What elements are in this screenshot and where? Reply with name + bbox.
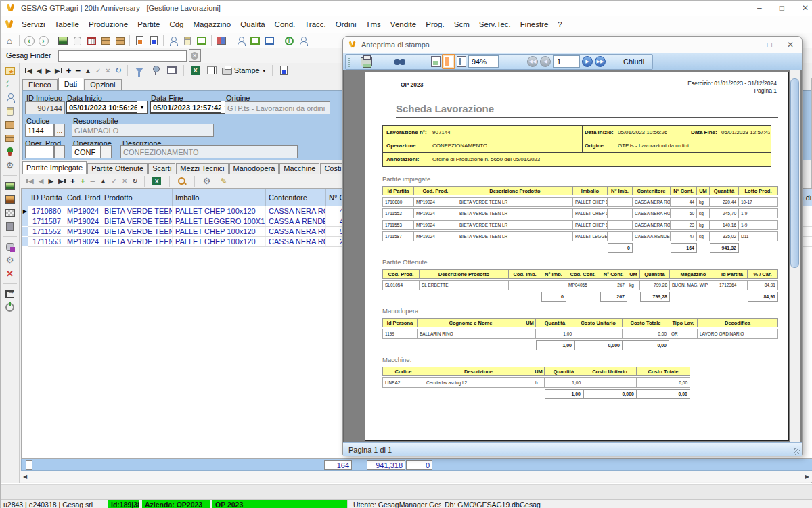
exit-icon[interactable] — [5, 289, 15, 299]
cell[interactable]: BIETA VERDE TEEN LR — [102, 237, 173, 247]
cell[interactable]: CASSA NERA ROYAL — [266, 237, 326, 247]
cell[interactable]: BIETA VERDE TEEN LR — [102, 227, 173, 237]
grid-edit-icon[interactable]: ▲ — [100, 177, 107, 185]
field-orange-icon[interactable] — [5, 194, 15, 204]
last-record-icon[interactable]: ▶ — [55, 67, 62, 74]
task-list-icon[interactable] — [5, 79, 15, 89]
jar-icon[interactable] — [5, 106, 15, 116]
prev-page-button[interactable]: ◀ — [540, 56, 551, 67]
back-icon[interactable]: ‹ — [23, 34, 35, 47]
column-header[interactable] — [22, 189, 28, 206]
window-pattern-icon[interactable] — [215, 34, 227, 47]
zoom-input[interactable]: 94% — [468, 55, 499, 68]
person-icon[interactable] — [235, 34, 247, 47]
field-photo-icon[interactable] — [57, 34, 69, 47]
remove-record-icon[interactable]: − — [75, 66, 81, 76]
operazione-field[interactable]: CONF — [72, 145, 101, 158]
info-icon[interactable]: i — [283, 34, 295, 47]
cell[interactable] — [22, 227, 28, 237]
hand-icon[interactable] — [71, 34, 83, 47]
resize-grip[interactable] — [794, 448, 800, 455]
menu-item[interactable]: Serv.Tec. — [474, 20, 516, 28]
grid-excel-icon[interactable]: X — [151, 175, 163, 187]
column-header[interactable]: Prodotto — [102, 189, 173, 206]
gears-icon[interactable]: ⚙ — [5, 160, 15, 170]
cell[interactable] — [22, 216, 28, 227]
detail-tab[interactable]: Macchine — [279, 163, 319, 174]
cell[interactable]: BIETA VERDE TEEN LR — [102, 206, 173, 216]
cell[interactable]: MP19024 — [64, 237, 102, 247]
person-outline-icon[interactable] — [297, 34, 309, 47]
database-icon[interactable] — [5, 241, 15, 252]
detail-tab[interactable]: Manodopera — [229, 163, 279, 174]
close-button[interactable]: ✕ — [802, 3, 809, 13]
grid-remove-icon[interactable]: − — [90, 176, 95, 186]
grid-cancel-icon[interactable]: ✕ — [122, 177, 127, 185]
favorites-folder-icon[interactable]: ★ — [5, 66, 15, 76]
grid-refresh-icon[interactable]: ↻ — [132, 177, 137, 185]
barcode-icon[interactable] — [206, 64, 218, 76]
menu-item[interactable]: Qualità — [235, 20, 269, 28]
column-header[interactable]: Cod. Prod. — [64, 189, 102, 206]
pin-icon[interactable] — [150, 64, 162, 76]
cell[interactable]: PALLET CHEP 100x120 — [173, 227, 266, 237]
person-search-icon[interactable] — [167, 34, 179, 47]
next-record-icon[interactable]: ▶ — [45, 67, 51, 74]
page-layout-2-icon[interactable] — [442, 54, 455, 69]
cell[interactable]: CASSA NERA ROYAL — [266, 227, 326, 237]
find-icon[interactable] — [394, 57, 405, 66]
minimize-button[interactable]: – — [757, 3, 762, 13]
filter-icon[interactable] — [133, 64, 145, 76]
page-number-input[interactable]: 1 — [553, 55, 580, 68]
preview-vscrollbar[interactable] — [790, 70, 800, 442]
first-record-icon[interactable]: ◀ — [25, 67, 32, 74]
detail-tab[interactable]: Scarti — [148, 163, 175, 174]
cell[interactable]: 1710880 — [28, 206, 64, 216]
forward-icon[interactable]: › — [37, 34, 49, 47]
detail-tab[interactable]: Partite Impiegate — [22, 161, 87, 174]
building-icon[interactable] — [5, 221, 15, 231]
excel-export-icon[interactable]: X — [189, 64, 202, 76]
cell[interactable]: ▶ — [22, 206, 28, 216]
menu-item[interactable]: Tms — [361, 20, 385, 28]
menu-item[interactable]: Prog. — [421, 20, 449, 28]
refresh-icon[interactable]: ↻ — [115, 66, 122, 75]
cell[interactable]: 1711552 — [28, 227, 64, 237]
cell[interactable]: CASSA NERA ROYAL — [266, 206, 326, 216]
window-blue-icon[interactable] — [263, 34, 275, 47]
scroll-left-icon[interactable]: ◀ — [20, 474, 30, 480]
print-icon[interactable] — [361, 57, 372, 66]
preview-maximize-button[interactable]: □ — [767, 40, 772, 49]
horizontal-scrollbar[interactable]: ◀ ▶ — [20, 471, 812, 482]
stampe-button[interactable]: Stampe▼ — [222, 66, 267, 75]
column-header[interactable]: Contenitore — [266, 189, 326, 206]
last-page-button[interactable]: ▶▶ — [595, 56, 606, 67]
menu-item[interactable]: Produzione — [84, 20, 133, 28]
view-tab[interactable]: Opzioni — [84, 79, 121, 90]
grid-search-icon[interactable] — [176, 175, 188, 187]
window-green-icon[interactable] — [249, 34, 261, 47]
field-map-icon[interactable] — [5, 208, 15, 218]
grid-add-green-icon[interactable]: + — [80, 176, 85, 186]
detail-tab[interactable]: Mezzi Tecnici — [176, 163, 228, 174]
edit-record-icon[interactable]: ▲ — [85, 67, 91, 74]
page-layout-1-icon[interactable] — [431, 56, 441, 67]
oper-prod-lookup-button[interactable]: … — [54, 145, 65, 158]
view-tab[interactable]: Dati — [58, 78, 84, 90]
grid-add-icon[interactable]: + — [70, 176, 76, 186]
settings-gear-icon[interactable]: ⚙ — [5, 255, 15, 265]
oper-prod-field[interactable] — [25, 145, 54, 158]
menu-item[interactable]: ? — [553, 20, 566, 28]
data-inizio-dropdown[interactable]: ▼ — [137, 101, 148, 114]
add-record-icon[interactable]: + — [66, 66, 72, 76]
cell[interactable]: PALLET LEGGERO 100X120 — [173, 216, 266, 227]
detail-tab[interactable]: Costi — [320, 163, 345, 174]
plant-icon[interactable] — [5, 147, 15, 157]
menu-item[interactable]: Scm — [449, 20, 474, 28]
grid-confirm-icon[interactable]: ✓ — [112, 177, 117, 185]
detail-tab[interactable]: Partite Ottenute — [87, 163, 148, 174]
menu-item[interactable]: Cdg — [164, 20, 188, 28]
menu-item[interactable]: Tabelle — [50, 20, 84, 28]
maximize-button[interactable]: □ — [780, 3, 784, 13]
window-green-icon[interactable] — [196, 34, 208, 47]
